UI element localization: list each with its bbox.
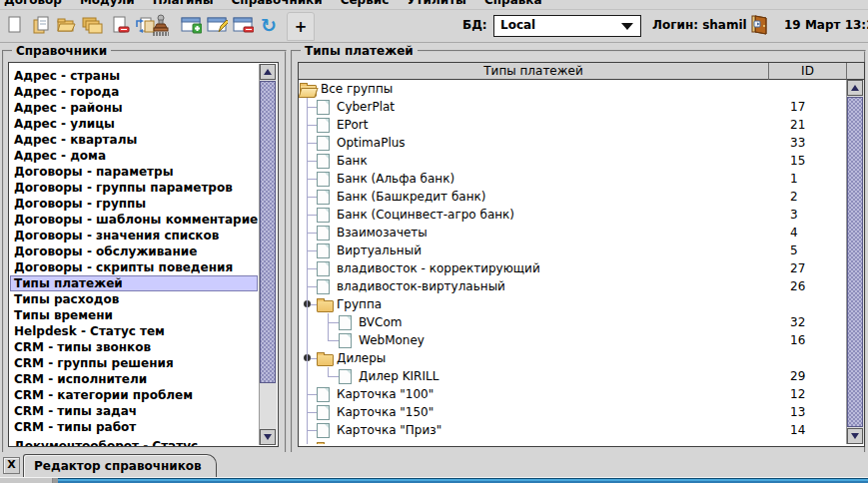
tree-row[interactable]: Группа <box>299 295 845 313</box>
open-folder-button[interactable] <box>55 13 77 37</box>
list-item[interactable]: Договоры - значения списков <box>10 228 258 243</box>
list-item[interactable]: Типы времени <box>10 307 258 323</box>
list-item[interactable]: CRM - типы работ <box>10 419 258 435</box>
payment-types-groupbox-title: Типы платежей <box>301 44 418 58</box>
tree-row[interactable]: OptimaPlus 33 <box>299 134 845 152</box>
list-item[interactable]: Адрес - районы <box>10 100 258 116</box>
folder-stack-button[interactable] <box>81 13 103 37</box>
stamp-button[interactable] <box>150 13 172 37</box>
list-item[interactable]: Договоры - группы параметров <box>10 180 258 196</box>
list-item[interactable]: CRM - категории проблем <box>10 387 258 403</box>
copy-document-button[interactable] <box>29 13 51 37</box>
tree-row[interactable]: Банк (Башкредит банк) 2 <box>299 188 845 206</box>
window-edit-button[interactable] <box>206 13 228 37</box>
list-item-partial[interactable]: Документооборот - Статус <box>10 435 258 447</box>
chevron-down-icon <box>621 23 633 30</box>
tree-row[interactable]: Банк (Альфа банк) 1 <box>299 170 845 188</box>
document-icon <box>317 261 330 276</box>
node-label: EPort <box>337 118 368 132</box>
tree-row[interactable]: Карточка "150" 13 <box>299 403 845 421</box>
db-select[interactable]: Local <box>493 15 641 37</box>
list-item[interactable]: Договоры - обслуживание <box>10 243 258 259</box>
tree-row[interactable]: Дилер KIRILL 29 <box>299 367 845 385</box>
tree-line <box>307 215 317 216</box>
payment-types-table: Типы платежей ID Все группы CyberPlat 17… <box>298 62 865 447</box>
list-item[interactable]: CRM - исполнители <box>10 371 258 387</box>
node-label: Виртуальный <box>337 243 422 257</box>
list-item[interactable]: Типы расходов <box>10 291 258 307</box>
list-item[interactable]: Адрес - улицы <box>10 116 258 132</box>
node-id: 26 <box>790 279 805 293</box>
list-item[interactable]: Договоры - параметры <box>10 164 258 180</box>
tree-row[interactable]: Банк 15 <box>299 152 845 170</box>
tree-row[interactable]: владивосток - корректирующий 27 <box>299 259 845 277</box>
tree-row[interactable] <box>299 439 845 444</box>
node-id: 3 <box>790 208 798 222</box>
scrollbar-thumb[interactable] <box>260 81 276 383</box>
tab-directory-editor[interactable]: Редактор справочников <box>23 454 217 479</box>
tree-row[interactable]: Взаимозачеты 4 <box>299 224 845 242</box>
tree-row[interactable]: Виртуальный 5 <box>299 242 845 259</box>
db-label: БД: <box>462 18 487 32</box>
list-item[interactable]: Договоры - группы <box>10 196 258 212</box>
menu-2[interactable]: Плагины <box>153 0 214 7</box>
list-item[interactable]: CRM - группы решения <box>10 355 258 371</box>
tree-row[interactable]: EPort 21 <box>299 116 845 134</box>
tree-row[interactable]: Карточка "Приз" 14 <box>299 421 845 439</box>
scroll-up-button[interactable] <box>260 64 276 80</box>
document-icon <box>317 279 330 294</box>
node-label: BVCom <box>359 315 402 329</box>
node-id: 14 <box>790 423 805 437</box>
bottom-window-strip <box>0 478 868 483</box>
refresh-button[interactable]: ↻ <box>258 13 280 37</box>
delete-document-button[interactable] <box>109 13 131 37</box>
menu-6[interactable]: Справка <box>484 0 542 7</box>
column-header-name[interactable]: Типы платежей <box>299 63 769 80</box>
document-icon <box>317 423 330 438</box>
tree-row[interactable]: Банк (Социнвест-агро банк) 3 <box>299 206 845 224</box>
tree-line <box>307 107 317 108</box>
list-item[interactable]: Договоры - скрипты поведения <box>10 259 258 275</box>
list-item[interactable]: CRM - типы звонков <box>10 339 258 355</box>
tree-row[interactable]: BVCom 32 <box>299 313 845 331</box>
tree-row[interactable]: Карточка "100" 12 <box>299 385 845 403</box>
scroll-down-button[interactable] <box>847 428 863 444</box>
list-item[interactable]: Адрес - страны <box>10 68 258 84</box>
tree-row[interactable]: WebMoney 16 <box>299 331 845 349</box>
list-item[interactable]: Адрес - города <box>10 84 258 100</box>
window-delete-button[interactable] <box>232 13 254 37</box>
node-icon <box>317 441 334 444</box>
menu-0[interactable]: Договор <box>4 0 62 7</box>
list-item[interactable]: Helpdesk - Статус тем <box>10 323 258 339</box>
node-label: OptimaPlus <box>337 136 406 150</box>
add-tab-button[interactable]: + <box>287 12 315 41</box>
node-label: Банк (Альфа банк) <box>337 172 454 186</box>
menu-1[interactable]: Модули <box>80 0 135 7</box>
window-add-button[interactable] <box>180 13 202 37</box>
list-item[interactable]: CRM - типы задач <box>10 403 258 419</box>
directories-scrollbar[interactable] <box>259 64 277 445</box>
scroll-down-button[interactable] <box>260 429 276 445</box>
node-id: 2 <box>790 190 798 204</box>
door-exit-icon[interactable] <box>749 14 769 39</box>
list-item[interactable]: Адрес - кварталы <box>10 132 258 148</box>
close-tab-button[interactable]: X <box>3 457 20 474</box>
tree-row[interactable]: владивосток-виртулаьный 26 <box>299 277 845 295</box>
new-document-button[interactable] <box>3 13 25 37</box>
list-item[interactable]: Договоры - шаблоны комментариев <box>10 212 258 228</box>
scroll-up-button[interactable] <box>847 80 863 96</box>
node-label: Банк (Башкредит банк) <box>337 190 485 204</box>
tree-row[interactable]: CyberPlat 17 <box>299 98 845 116</box>
column-header-id[interactable]: ID <box>769 63 847 80</box>
list-item[interactable]: Адрес - дома <box>10 148 258 164</box>
menu-5[interactable]: Утилиты <box>407 0 466 7</box>
node-label: Банк <box>337 154 368 168</box>
scrollbar-thumb[interactable] <box>847 97 863 427</box>
tree-row[interactable]: Дилеры <box>299 349 845 367</box>
tree-line <box>307 179 317 180</box>
tree-row[interactable]: Все группы <box>299 80 845 98</box>
list-item[interactable]: Типы платежей <box>10 275 258 291</box>
menu-3[interactable]: Справочники <box>232 0 323 7</box>
menu-4[interactable]: Сервис <box>341 0 390 7</box>
payment-types-scrollbar[interactable] <box>846 80 864 444</box>
